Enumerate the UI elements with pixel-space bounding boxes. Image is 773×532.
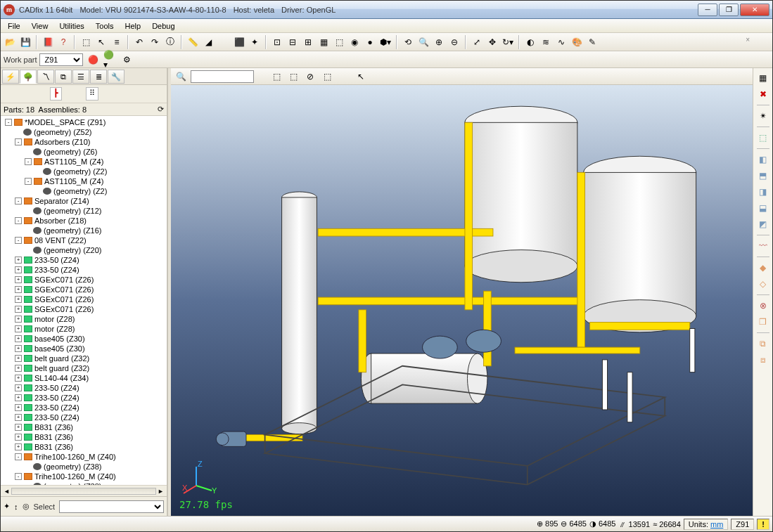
tree-row[interactable]: +233-50 (Z24) (2, 255, 165, 265)
tree-row[interactable]: +belt guard (Z32) (2, 353, 165, 363)
view3-icon[interactable]: ⊞ (301, 35, 315, 49)
tree-row[interactable]: -Trihe100-1260_M (Z40) (2, 452, 165, 462)
measure-icon[interactable]: 📏 (186, 35, 200, 49)
zoom-in-icon[interactable]: ⊕ (432, 35, 446, 49)
tree-row[interactable]: (geometry) (Z6) (2, 147, 165, 157)
vp-sel2-icon[interactable]: ⬚ (286, 70, 300, 84)
tree-settings-icon[interactable]: ⚙ (120, 53, 134, 67)
view2-icon[interactable]: ⊟ (286, 35, 300, 49)
close-button[interactable]: ✕ (740, 4, 769, 16)
tree-row[interactable]: +233-50 (Z24) (2, 403, 165, 413)
wireframe-icon[interactable]: ⬚ (79, 35, 93, 49)
delete-icon[interactable]: ✖ (756, 87, 770, 101)
tree-row[interactable]: -Adsorbers (Z10) (2, 137, 165, 147)
undo-icon[interactable]: ↶ (132, 35, 146, 49)
tree-row[interactable]: +motor (Z28) (2, 314, 165, 324)
viewport-canvas[interactable]: Z Y X 27.78 fps (171, 85, 753, 516)
tree-row[interactable]: (geometry) (Z2) (2, 186, 165, 196)
shaded-icon[interactable]: ◉ (347, 35, 362, 49)
menu-utilities[interactable]: Utilities (53, 20, 89, 32)
tab-tools[interactable]: 🔧 (108, 70, 124, 84)
panel-view-tree-icon[interactable]: ┣ (50, 87, 62, 100)
doc-icon[interactable]: 📕 (41, 35, 55, 49)
tree-row[interactable]: -AST1105_M (Z4) (2, 157, 165, 167)
tab-list[interactable]: ☰ (72, 70, 89, 84)
clip-icon[interactable]: ◐ (523, 35, 537, 49)
tree-row[interactable]: +B831 (Z36) (2, 442, 165, 452)
cursor-icon[interactable]: ↖ (94, 35, 108, 49)
tree-row[interactable]: +233-50 (Z24) (2, 383, 165, 393)
vp-pick-icon[interactable]: 🔍 (174, 70, 188, 84)
tab-wizard[interactable]: ⚡ (2, 70, 19, 84)
panel-view-grid-icon[interactable]: ⠿ (86, 87, 98, 100)
tree-row[interactable]: +233-50 (Z24) (2, 413, 165, 422)
tree-hscroll[interactable]: ◄► (1, 485, 167, 496)
iso-icon[interactable]: ⬢▾ (378, 35, 392, 49)
workpart-select[interactable]: Z91 (39, 53, 83, 66)
sweep-icon[interactable]: ⬓ (756, 201, 770, 215)
rotate-icon[interactable]: ⤢ (470, 35, 484, 49)
tree-row[interactable]: +SGExC071 (Z26) (2, 285, 165, 294)
extrude-icon[interactable]: ⬒ (756, 169, 770, 183)
view5-icon[interactable]: ⬚ (332, 35, 346, 49)
tree-row[interactable]: -Separator (Z14) (2, 196, 165, 206)
units-display[interactable]: Units: mm (684, 519, 729, 530)
options-icon[interactable]: ≡ (110, 35, 124, 49)
tree-row[interactable]: +SGExC071 (Z26) (2, 294, 165, 304)
open-icon[interactable]: 📂 (3, 35, 17, 49)
tree-row[interactable]: (geometry) (Z38) (2, 462, 165, 472)
tree-row[interactable]: +base405 (Z30) (2, 344, 165, 353)
tree-row[interactable]: +SGExC071 (Z26) (2, 275, 165, 285)
menu-help[interactable]: Help (120, 20, 147, 32)
menu-debug[interactable]: Debug (146, 20, 180, 32)
vp-sel1-icon[interactable]: ⬚ (269, 70, 283, 84)
info-icon[interactable]: ⓘ (163, 35, 177, 49)
save-icon[interactable]: 💾 (18, 35, 32, 49)
cube-icon[interactable]: ⬛ (232, 35, 246, 49)
iso2-icon[interactable]: ◇ (756, 277, 770, 291)
tree-row[interactable]: -AST1105_M (Z4) (2, 176, 165, 186)
iso1-icon[interactable]: ◆ (756, 261, 770, 275)
palette2-icon[interactable]: 🟢▾ (103, 53, 117, 67)
tab-filter[interactable]: ⧉ (55, 70, 72, 84)
tab-tree[interactable]: 🌳 (20, 70, 37, 84)
tree-row[interactable]: (geometry) (Z2) (2, 167, 165, 176)
vp-search-input[interactable] (191, 70, 254, 83)
select-dropdown[interactable] (59, 500, 164, 513)
vp-sel3-icon[interactable]: ⊘ (303, 70, 317, 84)
box-icon[interactable]: ⬚ (756, 131, 770, 145)
menu-tools[interactable]: Tools (90, 20, 120, 32)
sel-point-icon[interactable]: ✦ (4, 502, 10, 511)
zoom-fit-icon[interactable]: ⟲ (401, 35, 415, 49)
tree-row[interactable]: +B831 (Z36) (2, 422, 165, 432)
tree-row[interactable]: -Trihe100-1260_M (Z40) (2, 472, 165, 481)
merge-icon[interactable]: ⧉ (756, 337, 770, 351)
brush-icon[interactable]: ✎ (585, 35, 599, 49)
sel-face-icon[interactable]: ◎ (23, 502, 30, 511)
tree-row[interactable]: +233-50 (Z24) (2, 393, 165, 403)
loft-icon[interactable]: ◩ (756, 217, 770, 231)
view4-icon[interactable]: ▦ (317, 35, 331, 49)
shell-icon[interactable]: ◧ (756, 153, 770, 167)
tree-row[interactable]: +motor (Z28) (2, 324, 165, 334)
tab-stack[interactable]: ≣ (90, 70, 107, 84)
layer-icon[interactable]: ≋ (539, 35, 553, 49)
tree-row[interactable]: +B831 (Z36) (2, 432, 165, 442)
vp-cursor-icon[interactable]: ↖ (354, 70, 368, 84)
maximize-button[interactable]: ❐ (719, 4, 739, 16)
shaded2-icon[interactable]: ● (363, 35, 377, 49)
orbit-icon[interactable]: ↻▾ (501, 35, 515, 49)
proj-icon[interactable]: ⊗ (756, 299, 770, 313)
model-tree[interactable]: -*MODEL_SPACE (Z91)(geometry) (Z52)-Adso… (1, 116, 167, 485)
vp-sel4-icon[interactable]: ⬚ (320, 70, 334, 84)
palette-icon[interactable]: 🎨 (570, 35, 584, 49)
toolbar-close-icon[interactable]: × (746, 36, 750, 44)
view1-icon[interactable]: ⊡ (270, 35, 284, 49)
redo-icon[interactable]: ↷ (148, 35, 162, 49)
tree-row[interactable]: (geometry) (Z52) (2, 127, 165, 137)
axes-icon[interactable]: ✦ (248, 35, 262, 49)
tree-row[interactable]: +base405 (Z30) (2, 334, 165, 344)
pan-icon[interactable]: ✥ (485, 35, 499, 49)
curve-icon[interactable]: 〰 (756, 239, 770, 253)
grid-icon[interactable]: ▦ (756, 71, 770, 85)
